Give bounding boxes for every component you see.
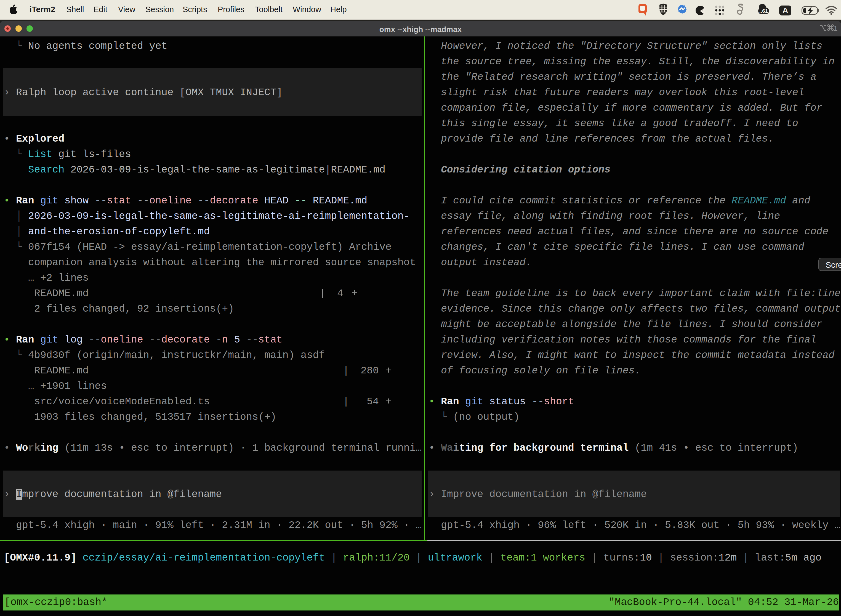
- svg-text:..61: ..61: [759, 8, 768, 14]
